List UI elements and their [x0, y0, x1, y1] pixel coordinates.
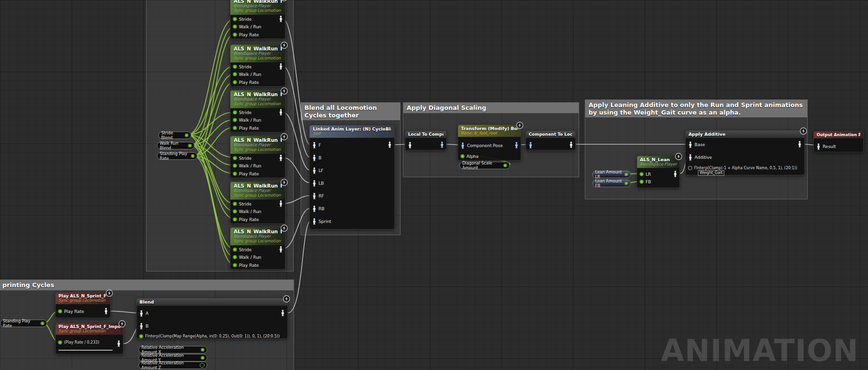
node-sync-group: Sync group Locomotion: [234, 148, 282, 152]
pin-label: RB: [319, 206, 324, 211]
node-als-n-walkrun-fr[interactable]: ALS_N_WalkRun_FR Blendspace Player Sync …: [230, 181, 286, 224]
pin-alpha-expression[interactable]: FInterp(Clamp(Map Range(Alpha, in(0: 0.2…: [139, 333, 280, 340]
var-stride-blend[interactable]: Stride Blend: [158, 132, 191, 139]
node-als-n-lean[interactable]: ALS_N_Lean Blendspace Player LR FB: [637, 156, 680, 188]
output-pin[interactable]: [188, 144, 192, 148]
pin-b[interactable]: B: [139, 322, 148, 329]
output-pin[interactable]: [503, 164, 507, 167]
pose-out-pin[interactable]: [514, 142, 519, 148]
pose-out-pin[interactable]: [387, 141, 392, 148]
output-pin[interactable]: [624, 181, 628, 185]
pin-f[interactable]: F: [312, 141, 321, 148]
output-pin[interactable]: [201, 348, 205, 352]
output-pin[interactable]: [191, 154, 195, 158]
var-relative-acceleration-x[interactable]: Relative Acceleration Amount X: [139, 346, 207, 354]
node-output-animation-pose[interactable]: Output Animation Pose Result: [813, 131, 864, 152]
node-play-als-n-sprint-f-impulse[interactable]: Play ALS_N_Sprint_F_Impulse Sync group L…: [55, 323, 123, 354]
node-linked-anim-layer-cycleblending[interactable]: Linked Anim Layer: (N) CycleBlending Sel…: [309, 125, 395, 230]
pose-out-pin[interactable]: [278, 155, 283, 161]
pin-b[interactable]: B: [312, 154, 321, 161]
pin-stride[interactable]: Stride: [233, 63, 252, 70]
var-walk-run-blend[interactable]: Walk Run Blend: [157, 142, 195, 149]
var-standing-play-rate-sprint[interactable]: Standing Play Rate: [0, 320, 47, 327]
pin-lf[interactable]: LF: [312, 167, 323, 174]
pin-lr[interactable]: LR: [639, 171, 651, 178]
pose-in-pin[interactable]: [528, 141, 533, 148]
var-lean-amount-lr[interactable]: Lean Amount LR: [592, 171, 631, 178]
node-play-als-n-sprint-f[interactable]: Play ALS_N_Sprint_F Sync group Locomotio…: [55, 292, 111, 318]
pin-base[interactable]: Base: [688, 141, 705, 148]
pin-walk-run[interactable]: Walk / Run: [233, 254, 262, 261]
pin-label: Play Rate: [239, 172, 259, 176]
node-transform-modify-bone[interactable]: Transform (Modify) Bone Bone: ik_foot_ro…: [458, 124, 521, 161]
pose-out-pin[interactable]: [569, 141, 573, 148]
pose-out-pin[interactable]: [116, 340, 121, 347]
var-standing-play-rate[interactable]: Standing Play Rate: [157, 152, 197, 160]
pose-out-pin[interactable]: [797, 141, 802, 148]
output-pin[interactable]: [41, 321, 44, 325]
pose-out-pin[interactable]: [440, 141, 444, 148]
pin-rb[interactable]: RB: [312, 205, 324, 212]
pin-alpha[interactable]: Alpha: [460, 153, 479, 160]
pin-stride[interactable]: Stride: [233, 16, 252, 23]
pin-fb[interactable]: FB: [639, 178, 651, 185]
output-pin[interactable]: [185, 133, 188, 137]
pose-out-pin[interactable]: [280, 310, 285, 316]
pin-sprint[interactable]: Sprint: [312, 218, 331, 225]
node-als-n-walkrun-br[interactable]: ALS_N_WalkRun_BR Blendspace Player Sync …: [230, 227, 286, 270]
value-pin: [58, 309, 62, 313]
pin-play-rate[interactable]: Play Rate: [233, 31, 259, 38]
node-sync-group: Sync group Locomotion: [234, 193, 282, 198]
pin-a[interactable]: A: [139, 310, 148, 317]
pin-play-rate-expression[interactable]: (Play Rate / 0.233): [58, 339, 99, 346]
pin-play-rate[interactable]: Play Rate: [233, 216, 259, 223]
node-local-to-component[interactable]: Local To Component: [405, 131, 447, 150]
pin-walk-run[interactable]: Walk / Run: [233, 208, 262, 215]
node-als-n-walkrun-fl[interactable]: ALS_N_WalkRun_FL Blendspace Player Sync …: [230, 90, 286, 132]
node-sync-group: Sync group Locomotion: [234, 102, 282, 107]
pose-out-pin[interactable]: [278, 63, 283, 70]
pin-stride[interactable]: Stride: [233, 109, 252, 116]
value-pin: [233, 118, 237, 122]
pose-in-pin[interactable]: [408, 141, 412, 148]
pose-person-icon: [312, 180, 317, 187]
pin-walk-run[interactable]: Walk / Run: [233, 116, 262, 123]
output-pin[interactable]: [624, 173, 628, 176]
pin-play-rate[interactable]: Play Rate: [233, 262, 259, 269]
pose-out-pin[interactable]: [278, 109, 283, 115]
var-diagonal-scale-amount[interactable]: Diagonal Scale Amount: [459, 162, 510, 169]
node-apply-additive[interactable]: Apply Additive Base Additive FInterp(Cla…: [685, 130, 805, 175]
pin-stride[interactable]: Stride: [233, 200, 252, 207]
pin-play-rate[interactable]: Play Rate: [233, 124, 259, 132]
var-lean-amount-fb[interactable]: Lean Amount FB: [592, 180, 631, 187]
pin-additive[interactable]: Additive: [688, 154, 712, 161]
pose-out-pin[interactable]: [278, 200, 283, 207]
pin-result[interactable]: Result: [816, 143, 836, 150]
pose-out-pin[interactable]: [278, 16, 283, 22]
pin-stride[interactable]: Stride: [233, 246, 252, 253]
var-relative-acceleration-z[interactable]: Relative Acceleration Amount Z: [139, 362, 207, 369]
pose-out-pin[interactable]: [673, 171, 678, 177]
pin-play-rate[interactable]: Play Rate: [233, 79, 259, 86]
pin-play-rate[interactable]: Play Rate: [58, 308, 84, 315]
pose-out-pin[interactable]: [104, 308, 108, 314]
node-als-n-walkrun-b[interactable]: ALS_N_WalkRun_B Blendspace Player Sync g…: [230, 44, 286, 87]
node-title: Blend: [139, 299, 285, 304]
node-component-to-local[interactable]: Component To Local: [525, 131, 576, 150]
pin-lb[interactable]: LB: [312, 180, 324, 187]
node-blend[interactable]: Blend A B FInterp(Clamp(Map Range(Alpha,…: [136, 298, 288, 339]
pin-component-pose[interactable]: Component Pose: [460, 142, 503, 149]
pin-walk-run[interactable]: Walk / Run: [233, 23, 262, 30]
animgraph-canvas[interactable]: Blend all Locomotion Cycles together App…: [0, 0, 868, 370]
pin-walk-run[interactable]: Walk / Run: [233, 162, 262, 169]
node-als-n-walkrun-f[interactable]: ALS_N_WalkRun_F Blendspace Player Sync g…: [230, 0, 286, 39]
output-pin[interactable]: [201, 356, 205, 360]
output-pin[interactable]: [200, 363, 205, 368]
value-pin: [233, 25, 237, 29]
pin-play-rate[interactable]: Play Rate: [233, 170, 259, 177]
pin-rf[interactable]: RF: [312, 192, 324, 199]
pin-stride[interactable]: Stride: [233, 155, 252, 162]
pose-out-pin[interactable]: [278, 246, 283, 253]
node-als-n-walkrun-bl[interactable]: ALS_N_WalkRun_BL Blendspace Player Sync …: [230, 136, 286, 178]
pin-walk-run[interactable]: Walk / Run: [233, 71, 262, 78]
